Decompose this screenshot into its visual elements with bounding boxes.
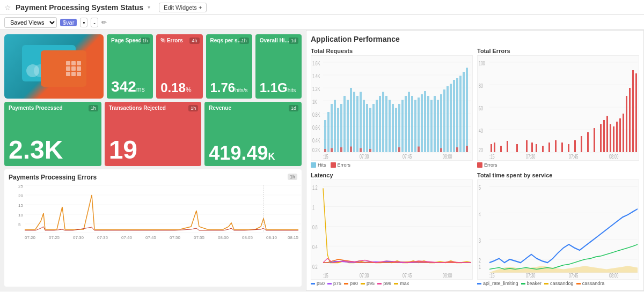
svg-rect-40	[324, 120, 326, 152]
svg-rect-61	[392, 104, 394, 152]
p99-label: p99	[383, 281, 391, 286]
metric-errors-pct: % Errors 4h 0.18%	[156, 34, 202, 99]
svg-rect-58	[382, 92, 384, 153]
cassandra-label: cassandra	[582, 281, 605, 286]
reqs-per-s-time: 1h	[239, 38, 249, 44]
total-errors-container: Total Errors 100 80 60 40 20	[477, 48, 639, 168]
legend-p95: p95	[361, 281, 375, 286]
api-color	[477, 283, 481, 284]
errors-color	[331, 162, 336, 168]
total-time-title: Total time spent by service	[477, 172, 639, 178]
svg-text:1.6K: 1.6K	[312, 61, 320, 67]
svg-text:08:00: 08:00	[443, 154, 452, 160]
edit-widgets-button[interactable]: Edit Widgets +	[159, 3, 207, 12]
errors-line-orange	[25, 195, 298, 229]
errors-pct-value: 0.18%	[160, 80, 198, 95]
cassandog-label: cassandog	[550, 281, 574, 286]
svg-text:0.8K: 0.8K	[312, 112, 320, 118]
card-visual	[22, 45, 86, 88]
total-requests-legend: Hits Errors	[311, 162, 473, 168]
svg-rect-80	[453, 80, 455, 152]
svg-rect-66	[408, 92, 410, 153]
revenue-label: Revenue	[209, 105, 297, 111]
payments-processed-label: Payments Processed	[9, 105, 97, 111]
svg-rect-114	[516, 144, 518, 152]
svg-rect-44	[337, 108, 339, 153]
total-errors-chart: 100 80 60 40 20	[477, 55, 639, 161]
svg-text:1: 1	[479, 264, 481, 271]
svg-text:07:30: 07:30	[73, 235, 84, 240]
svg-text:07:45: 07:45	[569, 272, 578, 279]
minus-button[interactable]: -	[91, 18, 98, 27]
saved-views-select[interactable]: Saved Views	[4, 17, 57, 28]
svg-rect-92	[418, 147, 420, 153]
total-requests-chart: 1.6K 1.4K 1.2K 1K 0.8K 0.6K 0.4K 0.2K	[311, 55, 473, 161]
svg-rect-84	[466, 68, 468, 153]
svg-rect-118	[542, 146, 544, 152]
page-speed-value: 342ms	[111, 78, 149, 95]
svg-rect-68	[414, 100, 416, 153]
svg-rect-129	[606, 116, 608, 153]
metric-overall-hi: Overall Hi... 1d 1.1Ghits	[255, 34, 302, 99]
errors-chart-time: 1h	[288, 174, 297, 180]
total-errors-legend: Errors	[477, 162, 639, 168]
chevron-down-icon[interactable]: ▾	[148, 4, 150, 10]
svg-text:5: 5	[479, 185, 481, 191]
left-panel: Page Speed 1h 342ms % Errors 4h 0.18% Re…	[0, 30, 306, 291]
errors-chart-title: Payments Processing Errors	[9, 174, 97, 181]
metrics-row1: Page Speed 1h 342ms % Errors 4h 0.18% Re…	[4, 34, 302, 99]
dot-button[interactable]: •	[80, 18, 87, 27]
transactions-rejected-value: 19	[109, 137, 197, 163]
svg-rect-50	[356, 96, 358, 152]
legend-cassandra: cassandra	[576, 281, 605, 286]
svg-rect-90	[369, 149, 371, 152]
metric-payments-processed: Payments Processed 1h 2.3K	[4, 102, 101, 166]
main-content: Page Speed 1h 342ms % Errors 4h 0.18% Re…	[0, 30, 644, 291]
svg-text:20: 20	[479, 147, 483, 154]
latency-legend: p50 p75 p90 p95 p99 max	[311, 281, 473, 286]
max-color	[394, 283, 398, 284]
pencil-icon[interactable]: ✏	[101, 19, 107, 26]
payments-processed-value: 2.3K	[9, 137, 97, 163]
star-icon[interactable]: ☆	[4, 3, 11, 12]
svg-rect-110	[491, 144, 492, 152]
transactions-rejected-label: Transactions Rejected	[109, 105, 197, 111]
svg-rect-49	[353, 92, 355, 153]
svg-rect-48	[350, 88, 352, 152]
svg-rect-45	[340, 104, 342, 152]
app-perf-title: Application Performance	[311, 35, 639, 43]
svg-rect-126	[594, 128, 595, 152]
svg-rect-79	[450, 84, 452, 153]
svg-rect-56	[376, 100, 378, 153]
svg-rect-137	[632, 70, 634, 152]
errors-chart-svg: 25 20 15 10 5 07:20 07:25	[9, 181, 304, 240]
svg-text:07:45: 07:45	[402, 272, 412, 279]
svg-rect-62	[395, 108, 397, 153]
metric-page-speed: Page Speed 1h 342ms	[107, 34, 153, 99]
svg-rect-119	[548, 143, 550, 152]
svg-rect-91	[398, 147, 400, 152]
svg-rect-77	[443, 89, 445, 152]
svg-text:60: 60	[479, 106, 483, 112]
svg-text:1.2: 1.2	[312, 185, 318, 191]
svg-rect-132	[616, 122, 618, 152]
svg-rect-124	[581, 136, 582, 152]
hits-color	[311, 162, 316, 168]
svg-text:0.4: 0.4	[312, 244, 318, 251]
svg-rect-74	[434, 96, 436, 152]
svg-text:100: 100	[479, 61, 485, 67]
legend-p75: p75	[327, 281, 341, 286]
svg-rect-76	[440, 94, 442, 152]
svg-text:08:10: 08:10	[266, 235, 277, 240]
p50-color	[311, 283, 315, 284]
total-time-container: Total time spent by service 5 4 3 2 1	[477, 172, 639, 286]
svg-text:07:30: 07:30	[526, 272, 535, 279]
svg-rect-73	[430, 100, 433, 153]
latency-title: Latency	[311, 172, 473, 178]
svg-text:07:55: 07:55	[194, 235, 205, 240]
svg-text:40: 40	[479, 128, 483, 134]
svg-rect-67	[411, 96, 413, 152]
errors-chart-panel: 1h Payments Processing Errors 25 20 15 1…	[4, 169, 302, 287]
svg-rect-89	[360, 148, 362, 153]
legend-hits: Hits	[311, 162, 326, 168]
